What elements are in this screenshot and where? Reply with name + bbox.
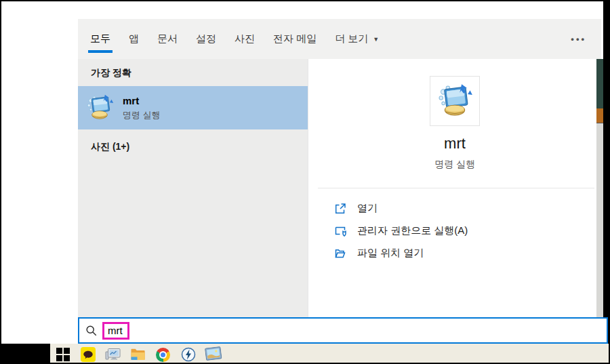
tab-apps-label: 앱 — [129, 33, 139, 45]
taskbar-file-explorer-button[interactable] — [125, 344, 150, 364]
tab-more[interactable]: 더 보기 ▼ — [335, 19, 379, 59]
detail-divider — [318, 188, 594, 188]
search-query-highlight: mrt — [102, 322, 129, 340]
result-detail-panel: mrt 명령 실행 열기 관리자 권한으로 실행(A) — [308, 59, 601, 317]
taskbar-photo-viewer-button[interactable] — [201, 344, 226, 364]
result-title: mrt — [123, 95, 161, 106]
action-list: 열기 관리자 권한으로 실행(A) 파일 위치 열기 — [308, 197, 601, 264]
photo-viewer-icon — [204, 346, 222, 363]
detail-title: mrt — [308, 135, 601, 153]
search-filter-tabbar: 모두 앱 문서 설정 사진 전자 메일 더 보기 ▼ ••• — [78, 19, 601, 59]
wallpaper-gray-part — [596, 123, 603, 344]
tab-settings-label: 설정 — [196, 33, 216, 45]
detail-icon-box — [430, 76, 480, 126]
action-open-label: 열기 — [357, 202, 378, 215]
file-location-icon — [333, 247, 347, 260]
chevron-down-icon: ▼ — [373, 36, 379, 43]
tab-documents-label: 문서 — [157, 33, 178, 45]
tab-all[interactable]: 모두 — [90, 19, 110, 59]
kakaotalk-icon — [81, 347, 96, 362]
windows-start-icon — [56, 348, 70, 361]
wallpaper-orange-part — [596, 108, 603, 123]
tab-photos-label: 사진 — [235, 33, 255, 45]
taskbar — [1, 344, 610, 364]
search-input[interactable]: mrt — [78, 317, 608, 344]
lightning-app-icon — [181, 347, 196, 362]
screenshot-canvas: 모두 앱 문서 설정 사진 전자 메일 더 보기 ▼ ••• 가장 정확 — [0, 0, 610, 364]
crop-black-rect-bottom-left — [1, 344, 50, 364]
search-icon — [85, 325, 98, 337]
start-button[interactable] — [50, 344, 75, 364]
chrome-icon — [156, 348, 170, 362]
action-open-file-location[interactable]: 파일 위치 열기 — [333, 242, 601, 264]
tab-photos[interactable]: 사진 — [235, 19, 255, 59]
active-tab-underline — [88, 50, 113, 53]
mrt-app-icon — [85, 94, 114, 122]
taskbar-kakaotalk-button[interactable] — [75, 344, 100, 364]
taskbar-icons — [50, 344, 226, 364]
taskbar-lightning-app-button[interactable] — [176, 344, 201, 364]
tab-apps[interactable]: 앱 — [129, 19, 139, 59]
taskbar-pc-button[interactable] — [100, 344, 125, 364]
detail-subtitle: 명령 실행 — [308, 159, 601, 171]
best-match-header: 가장 정확 — [78, 59, 308, 79]
desktop-wallpaper-sliver — [596, 59, 603, 344]
file-explorer-icon — [130, 348, 146, 361]
tab-more-label: 더 보기 — [335, 33, 368, 45]
result-text: mrt 명령 실행 — [123, 95, 161, 121]
taskbar-chrome-button[interactable] — [150, 344, 176, 364]
tab-email[interactable]: 전자 메일 — [273, 19, 317, 59]
tab-documents[interactable]: 문서 — [157, 19, 178, 59]
action-open[interactable]: 열기 — [333, 197, 601, 220]
action-run-as-admin[interactable]: 관리자 권한으로 실행(A) — [333, 220, 601, 242]
photos-group-header[interactable]: 사진 (1+) — [78, 129, 308, 153]
search-results-panel: 가장 정확 — [78, 59, 308, 317]
tab-settings[interactable]: 설정 — [196, 19, 216, 59]
mrt-app-icon-large — [436, 83, 473, 119]
pc-monitor-icon — [105, 347, 121, 362]
open-icon — [333, 202, 347, 216]
more-options-icon[interactable]: ••• — [571, 19, 586, 59]
crop-black-strip-right — [603, 1, 610, 344]
tab-email-label: 전자 메일 — [273, 33, 317, 45]
wallpaper-teal-part — [596, 59, 603, 108]
result-item-mrt[interactable]: mrt 명령 실행 — [78, 86, 308, 129]
tab-all-label: 모두 — [90, 33, 110, 45]
action-open-file-location-label: 파일 위치 열기 — [357, 247, 424, 260]
admin-shield-icon — [333, 224, 347, 238]
action-run-as-admin-label: 관리자 권한으로 실행(A) — [357, 224, 468, 237]
result-subtitle: 명령 실행 — [123, 109, 161, 121]
